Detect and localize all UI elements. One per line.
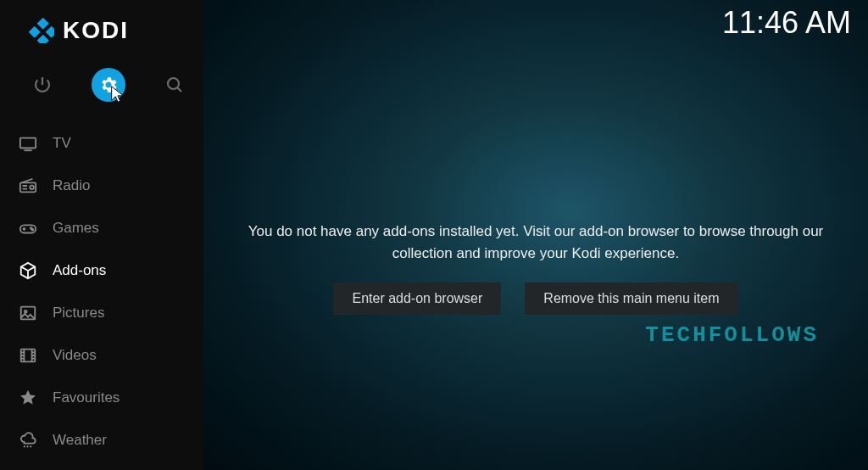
- watermark: TECHFOLLOWS: [645, 322, 819, 348]
- main-panel: 11:46 AM You do not have any add-ons ins…: [203, 0, 868, 470]
- sidebar: KODI TV Radio Games Add-ons: [0, 0, 203, 470]
- sidebar-item-label: Favourites: [53, 389, 120, 406]
- weather-icon: [17, 429, 39, 451]
- action-buttons: Enter add-on browser Remove this main me…: [333, 283, 737, 315]
- star-icon: [17, 387, 39, 409]
- sidebar-item-tv[interactable]: TV: [0, 122, 203, 165]
- svg-rect-0: [37, 18, 49, 30]
- film-icon: [17, 344, 39, 366]
- sidebar-item-radio[interactable]: Radio: [0, 165, 203, 207]
- empty-message: You do not have any add-ons installed ye…: [229, 221, 843, 264]
- settings-button[interactable]: [92, 68, 125, 102]
- remove-menu-item-button[interactable]: Remove this main menu item: [525, 283, 737, 315]
- search-icon: [164, 75, 185, 95]
- sidebar-item-games[interactable]: Games: [0, 207, 203, 249]
- top-icon-row: [0, 53, 203, 117]
- sidebar-item-favourites[interactable]: Favourites: [0, 377, 203, 419]
- gear-icon: [98, 75, 119, 95]
- sidebar-item-label: Add-ons: [53, 262, 106, 279]
- enter-addon-browser-button[interactable]: Enter add-on browser: [333, 283, 501, 315]
- power-icon: [32, 75, 53, 95]
- sidebar-item-videos[interactable]: Videos: [0, 334, 203, 377]
- sidebar-item-label: Videos: [53, 347, 97, 364]
- clock: 11:46 AM: [722, 5, 851, 41]
- power-button[interactable]: [25, 68, 59, 102]
- gamepad-icon: [17, 217, 39, 239]
- sidebar-item-addons[interactable]: Add-ons: [0, 249, 203, 292]
- svg-rect-2: [46, 26, 54, 38]
- svg-point-4: [168, 78, 179, 89]
- box-icon: [17, 260, 39, 282]
- search-button[interactable]: [158, 68, 192, 102]
- svg-point-12: [25, 311, 27, 313]
- svg-rect-3: [37, 35, 49, 43]
- app-name: KODI: [63, 17, 129, 44]
- sidebar-item-weather[interactable]: Weather: [0, 419, 203, 462]
- sidebar-item-pictures[interactable]: Pictures: [0, 292, 203, 334]
- kodi-logo-icon: [29, 18, 54, 43]
- sidebar-nav: TV Radio Games Add-ons Pictures Videos F…: [0, 117, 203, 462]
- sidebar-item-label: Radio: [53, 177, 90, 194]
- sidebar-item-label: TV: [53, 135, 71, 152]
- svg-point-7: [30, 186, 34, 190]
- app-logo: KODI: [0, 0, 203, 53]
- tv-icon: [17, 132, 39, 154]
- picture-icon: [17, 302, 39, 324]
- sidebar-item-label: Weather: [53, 432, 107, 449]
- svg-rect-1: [29, 26, 41, 38]
- sidebar-item-label: Games: [53, 220, 99, 237]
- sidebar-item-label: Pictures: [53, 305, 104, 322]
- svg-point-10: [32, 229, 34, 231]
- svg-rect-5: [20, 138, 36, 148]
- empty-state: You do not have any add-ons installed ye…: [203, 221, 868, 315]
- radio-icon: [17, 175, 39, 197]
